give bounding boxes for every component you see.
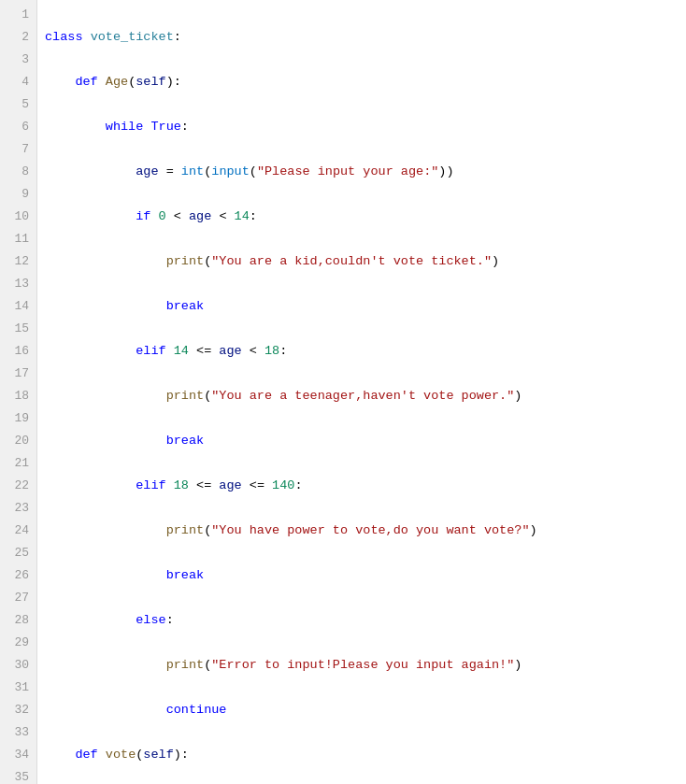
line-9: print("You are a teenager,haven't vote p…	[45, 385, 679, 407]
line-6: print("You are a kid,couldn't vote ticke…	[45, 250, 679, 273]
line-13: break	[45, 564, 679, 587]
line-11: elif 18 <= age <= 140:	[45, 475, 679, 497]
line-numbers: 1 2 3 4 5 6 7 8 9 10 11 12 13 14 15 16 1…	[0, 0, 37, 784]
line-16: continue	[45, 699, 679, 721]
line-7: break	[45, 295, 679, 318]
line-2: def Age(self):	[45, 71, 679, 93]
line-1: class vote_ticket:	[45, 26, 679, 49]
line-17: def vote(self):	[45, 744, 679, 766]
line-5: if 0 < age < 14:	[45, 206, 679, 228]
line-12: print("You have power to vote,do you wan…	[45, 520, 679, 542]
line-4: age = int(input("Please input your age:"…	[45, 161, 679, 183]
line-14: else:	[45, 609, 679, 632]
line-3: while True:	[45, 116, 679, 138]
line-10: break	[45, 430, 679, 452]
line-15: print("Error to input!Please you input a…	[45, 654, 679, 677]
line-8: elif 14 <= age < 18:	[45, 340, 679, 363]
code-editor: 1 2 3 4 5 6 7 8 9 10 11 12 13 14 15 16 1…	[0, 0, 686, 784]
code-content: class vote_ticket: def Age(self): while …	[37, 0, 686, 784]
